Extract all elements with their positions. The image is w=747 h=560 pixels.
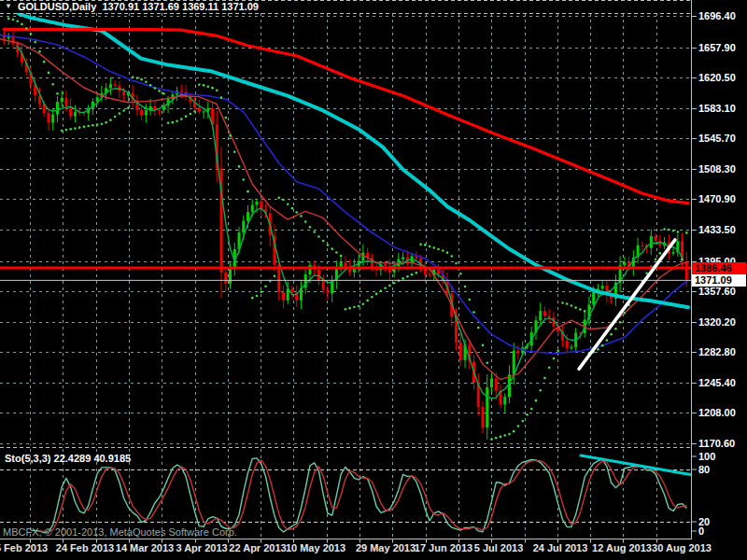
- date-tick-label: 24 Jul 2013: [533, 542, 588, 553]
- price-tick-label: 1583.10: [698, 103, 736, 114]
- price-tick-label: 1320.20: [698, 316, 736, 328]
- price-tick-label: 1357.60: [698, 286, 736, 297]
- price-tick-label: 1470.90: [698, 193, 736, 204]
- date-tick-label: 3 Apr 2013: [176, 542, 227, 553]
- price-label-current: 1371.09: [692, 274, 746, 287]
- stoch-tick-label: 0: [698, 525, 704, 537]
- date-tick-label: 24 Feb 2013: [56, 542, 114, 553]
- collapse-chart-icon[interactable]: ▼: [0, 0, 12, 12]
- stoch-tick-label: 100: [698, 451, 715, 462]
- date-tick-label: 30 Aug 2013: [652, 542, 712, 553]
- price-tick-label: 1620.50: [698, 72, 736, 83]
- date-tick-label: 29 May 2013: [356, 542, 416, 553]
- date-tick-label: 5 Jul 2013: [474, 542, 524, 553]
- price-tick-label: 1696.40: [698, 10, 736, 21]
- date-tick-label: 5 Feb 2013: [0, 542, 48, 553]
- date-tick-label: 12 Aug 2013: [592, 542, 652, 553]
- mt4-chart-window: 1696.401657.901620.501583.101545.701508.…: [0, 0, 747, 560]
- price-tick-label: 1657.90: [698, 42, 736, 53]
- stoch-tick-label: 80: [698, 464, 710, 475]
- price-tick-label: 1245.40: [698, 377, 736, 388]
- price-tick-label: 1170.60: [698, 438, 735, 449]
- chart-title: GOLDUSD,Daily 1370.91 1371.69 1369.11 13…: [18, 1, 259, 12]
- price-tick-label: 1508.30: [698, 163, 736, 175]
- price-tick-label: 1433.50: [698, 224, 736, 235]
- price-tick-label: 1282.80: [698, 346, 736, 357]
- date-tick-label: 10 May 2013: [286, 542, 345, 553]
- chart-title-bar: ▼ GOLDUSD,Daily 1370.91 1371.69 1369.11 …: [0, 0, 691, 12]
- price-label-hline: 1386.46: [692, 262, 746, 274]
- copyright-watermark: MBCFX, © 2001-2013, MetaQuotes Software …: [3, 526, 237, 538]
- date-tick-label: 17 Jun 2013: [415, 542, 472, 553]
- chart-canvas[interactable]: 1696.401657.901620.501583.101545.701508.…: [0, 0, 747, 560]
- price-tick-label: 1545.70: [698, 133, 736, 144]
- price-tick-label: 1208.00: [698, 407, 736, 418]
- date-tick-label: 14 Mar 2013: [116, 542, 174, 553]
- stochastic-label: Sto(5,3,3) 22.4289 40.9185: [5, 453, 131, 464]
- date-tick-label: 22 Apr 2013: [229, 542, 286, 553]
